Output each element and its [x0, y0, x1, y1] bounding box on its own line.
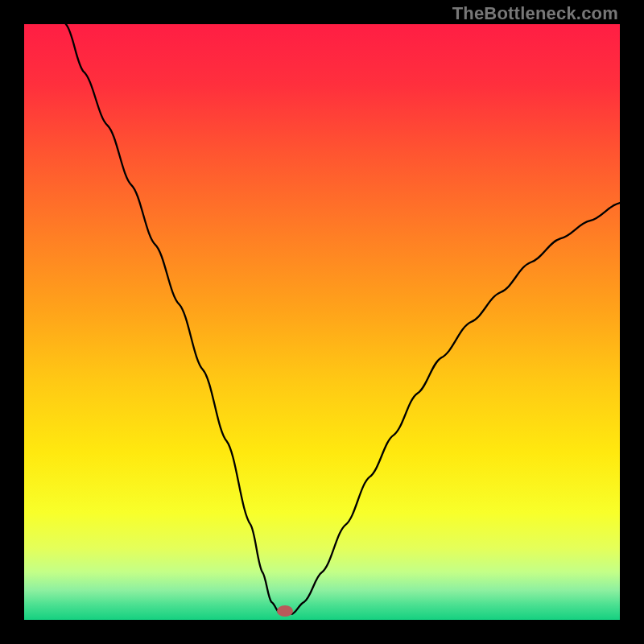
- chart-svg: [24, 24, 620, 620]
- watermark-text: TheBottleneck.com: [452, 3, 618, 24]
- chart-frame: TheBottleneck.com: [0, 0, 644, 644]
- plot-area: [24, 24, 620, 620]
- optimal-point-marker: [277, 605, 293, 617]
- gradient-background: [24, 24, 620, 620]
